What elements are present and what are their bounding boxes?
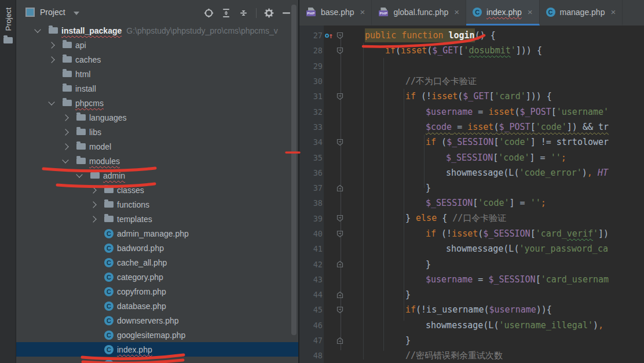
tree-item-admin_manage.php[interactable]: Cadmin_manage.php [16,226,298,241]
gear-icon[interactable] [264,8,274,18]
tab-label: global.func.php [393,8,448,17]
folder-icon [63,56,72,63]
chevron-right-icon[interactable] [90,201,96,208]
tree-item-label: caches [75,55,101,64]
tree-item-phpcms[interactable]: phpcms [16,96,298,110]
code-line-32: 32$username = isset($_POST['username' [299,104,644,119]
tree-item-label: install [75,84,96,93]
tree-item-install_package[interactable]: install_packageG:\phpstudy\phpstudy_pro\… [16,23,298,38]
tree-item-category.php[interactable]: Ccategory.php [16,270,298,284]
locate-file-icon[interactable] [204,8,214,18]
folder-icon [90,172,100,179]
expand-all-icon[interactable] [221,8,231,18]
stripe-project-button[interactable]: Project [4,8,13,31]
tab-manage.php[interactable]: Cmanage.php× [540,0,623,26]
override-marker-icon[interactable]: ↑ [325,31,334,40]
fold-open-icon[interactable] [335,139,345,146]
toolbar-separator [256,8,257,18]
tree-item-database.php[interactable]: Cdatabase.php [16,299,298,313]
chevron-down-icon[interactable] [76,171,82,177]
tree-item-label: copyfrom.php [117,287,166,296]
chevron-right-icon[interactable] [90,216,96,222]
tab-base.php[interactable]: PHPbase.php× [299,0,372,26]
tree-item-install[interactable]: install [16,81,298,96]
chevron-down-icon[interactable] [74,12,79,15]
tree-item-label: database.php [117,302,166,311]
code-line-41: 41showmessage(L('your_password_ca [299,241,644,256]
close-icon[interactable]: × [360,7,365,17]
tree-item-badword.php[interactable]: Cbadword.php [16,241,298,255]
tree-item-modules[interactable]: modules [16,154,298,168]
tree-item-model[interactable]: model [16,139,298,154]
close-icon[interactable]: × [610,7,616,17]
tree-item-languages[interactable]: languages [16,110,298,125]
tree-item-classes[interactable]: classes [16,183,298,197]
folder-icon [76,143,86,150]
tree-item-label: install_package [61,26,122,35]
tab-index.php[interactable]: Cindex.php× [466,0,539,26]
tree-item-api[interactable]: api [16,38,298,52]
tree-item-downservers.php[interactable]: Cdownservers.php [16,313,298,328]
tree-item-functions[interactable]: functions [16,197,298,212]
tree-item-index.php[interactable]: Cindex.php [16,342,298,357]
line-number: 33 [299,122,323,132]
tree-item-copyfrom.php[interactable]: Ccopyfrom.php [16,284,298,299]
tree-item-label: cache_all.php [117,258,167,267]
chevron-right-icon[interactable] [48,42,54,48]
tree-item-admin[interactable]: admin [16,168,298,183]
tree-scrollbar[interactable] [291,5,297,335]
line-number: 40 [299,229,323,238]
folder-icon [76,129,86,135]
class-icon: C [546,8,555,17]
chevron-right-icon[interactable] [62,129,68,135]
hide-panel-icon[interactable] [281,8,291,18]
collapse-all-icon[interactable] [239,8,248,18]
fold-open-icon[interactable] [335,32,345,39]
fold-close-icon[interactable] [335,184,345,192]
chevron-right-icon[interactable] [48,56,54,63]
line-number: 29 [299,61,323,71]
tree-item-partial[interactable]: C [16,357,298,363]
code-line-30: 30//不为口令卡验证 [299,74,644,89]
code-line-43: 43$username = $_SESSION['card_usernam [299,272,644,287]
chevron-down-icon[interactable] [62,157,68,163]
code-line-39: 39} else { //口令卡验证 [299,211,644,226]
tab-global.func.php[interactable]: PHPglobal.func.php× [372,0,466,26]
tree-item-label: index.php [117,345,152,354]
tree-item-cache_all.php[interactable]: Ccache_all.php [16,255,298,270]
tree-item-label: api [75,41,86,50]
code-line-48: 48//密码错误剩余重试次数 [299,348,644,363]
line-number: 43 [299,275,323,284]
fold-open-icon[interactable] [335,47,345,55]
fold-close-icon[interactable] [335,291,345,299]
chevron-down-icon[interactable] [34,26,41,32]
close-icon[interactable]: × [454,7,459,17]
tree-item-label: googlesitemap.php [117,331,185,340]
fold-close-icon[interactable] [335,337,345,344]
tree-item-googlesitemap.php[interactable]: Cgooglesitemap.php [16,328,298,342]
tree-item-label: functions [117,200,149,209]
tree-item-templates[interactable]: templates [16,212,298,226]
editor-area: PHPbase.php×PHPglobal.func.php×Cindex.ph… [298,0,644,363]
project-folder-icon[interactable] [3,37,13,43]
chevron-right-icon[interactable] [62,143,68,150]
close-icon[interactable]: × [528,7,533,17]
chevron-right-icon[interactable] [90,187,96,193]
fold-open-icon[interactable] [335,93,345,100]
class-icon: C [104,316,114,325]
line-number: 32 [299,107,323,117]
folder-icon [104,187,114,193]
tree-item-label: modules [89,157,120,166]
chevron-right-icon[interactable] [62,114,68,121]
toolwindow-stripe: Project [0,0,16,363]
fold-close-icon[interactable] [335,260,345,268]
tree-item-caches[interactable]: caches [16,52,298,67]
fold-open-icon[interactable] [335,306,345,314]
line-number: 31 [299,92,323,101]
tree-item-libs[interactable]: libs [16,125,298,139]
tree-item-html[interactable]: html [16,67,298,81]
code-line-27: 27↑public function login() { [299,28,644,43]
chevron-down-icon[interactable] [48,99,54,105]
fold-open-icon[interactable] [335,215,345,222]
fold-open-icon[interactable] [335,230,345,238]
